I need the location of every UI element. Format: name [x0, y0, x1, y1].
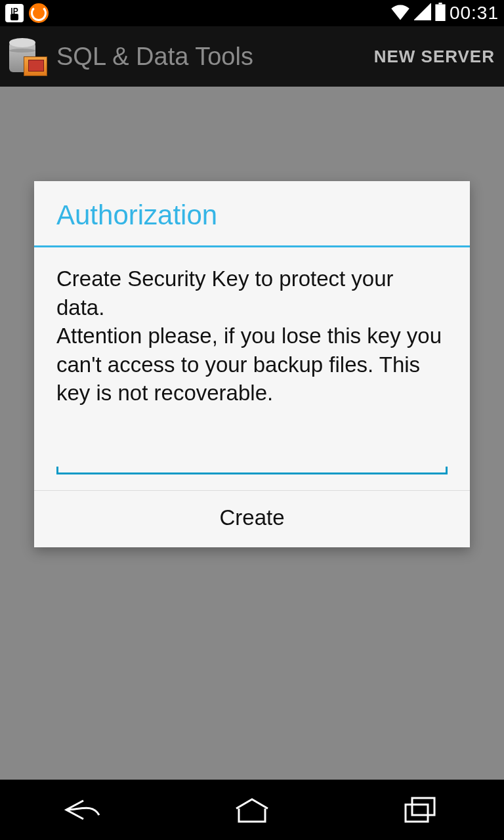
app-icon — [9, 38, 46, 75]
app-title: SQL & Data Tools — [56, 43, 253, 71]
home-button[interactable] — [222, 790, 282, 830]
status-right: 00:31 — [390, 3, 499, 24]
authorization-dialog: Authorization Create Security Key to pro… — [34, 181, 470, 547]
create-button[interactable]: Create — [34, 491, 470, 547]
status-bar: 00:31 — [0, 0, 504, 26]
battery-icon — [435, 3, 446, 24]
content-area: Authorization Create Security Key to pro… — [0, 87, 504, 780]
dialog-body-text: Create Security Key to protect your data… — [34, 247, 470, 414]
new-server-button[interactable]: NEW SERVER — [374, 47, 495, 67]
back-button[interactable] — [54, 790, 114, 830]
svg-rect-1 — [435, 5, 445, 21]
svg-rect-0 — [438, 3, 442, 5]
security-key-input[interactable] — [56, 438, 448, 474]
recent-apps-button[interactable] — [390, 790, 450, 830]
svg-rect-3 — [406, 805, 428, 822]
system-nav-bar — [0, 780, 504, 840]
security-key-field-wrap — [34, 414, 470, 490]
svg-rect-2 — [412, 798, 434, 815]
status-time: 00:31 — [450, 3, 499, 24]
avast-icon — [29, 3, 49, 23]
dialog-title: Authorization — [34, 181, 470, 245]
phone-ip-icon — [5, 4, 24, 22]
status-left-icons — [5, 3, 49, 23]
action-bar: SQL & Data Tools NEW SERVER — [0, 26, 504, 87]
wifi-icon — [390, 3, 410, 23]
cell-signal-icon — [414, 3, 431, 23]
